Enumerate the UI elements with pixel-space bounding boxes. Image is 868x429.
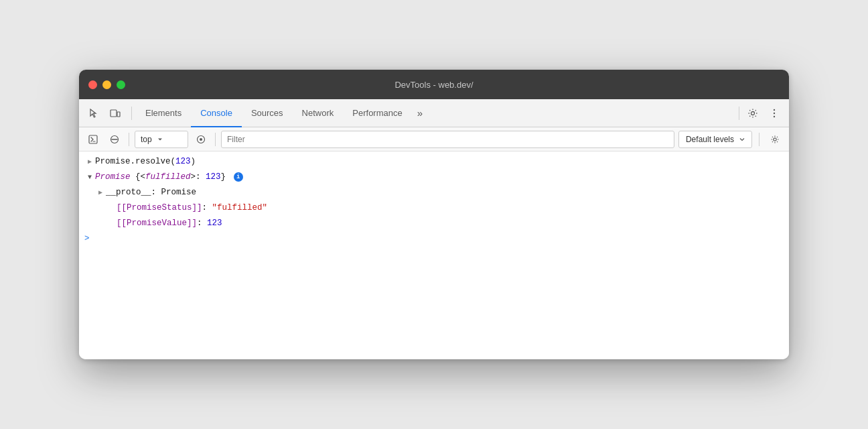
context-selector[interactable]: top [135, 131, 188, 148]
tabs: Elements Console Sources Network Perform… [136, 99, 735, 127]
svg-rect-1 [117, 112, 120, 117]
tab-elements[interactable]: Elements [136, 99, 191, 127]
filter-input[interactable] [221, 131, 674, 148]
svg-rect-0 [111, 110, 117, 117]
toolbar-end [743, 104, 784, 123]
tab-sources[interactable]: Sources [242, 99, 293, 127]
console-text-1: Promise.resolve(123) [95, 157, 196, 166]
filter-divider [215, 133, 216, 146]
maximize-button[interactable] [117, 80, 125, 89]
svg-point-11 [200, 138, 202, 141]
promise-value-val: 123 [207, 219, 222, 228]
svg-point-12 [774, 137, 776, 140]
default-levels-selector[interactable]: Default levels [678, 131, 752, 148]
tab-console[interactable]: Console [191, 99, 242, 127]
proto-text: __proto__: Promise [106, 188, 196, 197]
window-title: DevTools - web.dev/ [394, 80, 473, 90]
toolbar-divider-2 [739, 107, 739, 120]
console-toolbar: top Default levels [79, 127, 789, 151]
tab-performance[interactable]: Performance [343, 99, 411, 127]
clear-console-icon[interactable] [106, 131, 123, 148]
promise-value-key: [[PromiseValue]] [117, 219, 197, 228]
console-end-divider [759, 133, 760, 146]
main-toolbar: Elements Console Sources Network Perform… [79, 99, 789, 127]
svg-point-4 [774, 112, 775, 113]
info-badge: i [234, 172, 243, 182]
promise-status-value: "fulfilled" [212, 203, 268, 212]
traffic-lights [88, 80, 125, 89]
promise-status-key: [[PromiseStatus]] [117, 203, 202, 212]
console-line-5: [[PromiseValue]]: 123 [100, 216, 789, 231]
console-line-3: __proto__: Promise [90, 185, 789, 200]
devtools-window: DevTools - web.dev/ Elements Conso [79, 70, 789, 359]
more-tabs-button[interactable]: » [412, 99, 428, 127]
svg-point-3 [774, 109, 775, 110]
console-settings-icon[interactable] [766, 131, 784, 148]
console-content: Promise.resolve(123) Promise {<fulfilled… [79, 151, 789, 359]
toolbar-divider-1 [131, 107, 132, 120]
minimize-button[interactable] [102, 80, 111, 89]
console-line-4: [[PromiseStatus]]: "fulfilled" [100, 200, 789, 216]
device-toggle-icon[interactable] [106, 104, 125, 123]
close-button[interactable] [88, 80, 97, 89]
toolbar-icons [84, 104, 125, 123]
show-network-requests-icon[interactable] [192, 131, 210, 148]
console-prompt[interactable]: > [84, 234, 90, 243]
more-options-icon[interactable] [765, 104, 784, 123]
expand-arrow-2[interactable] [84, 172, 95, 182]
svg-point-2 [751, 111, 755, 115]
run-script-icon[interactable] [84, 131, 102, 148]
titlebar: DevTools - web.dev/ [79, 70, 789, 99]
expand-arrow-1[interactable] [84, 156, 95, 167]
console-line-2: Promise {<fulfilled>: 123} i [79, 170, 789, 185]
expand-arrow-3[interactable] [95, 187, 106, 198]
inspect-icon[interactable] [84, 104, 103, 123]
console-input-line: > [79, 231, 789, 246]
promise-label: Promise [95, 172, 131, 182]
svg-point-5 [774, 115, 775, 117]
settings-icon[interactable] [743, 104, 762, 123]
console-toolbar-divider [129, 133, 129, 146]
console-line-1: Promise.resolve(123) [79, 154, 789, 170]
tab-network[interactable]: Network [293, 99, 344, 127]
